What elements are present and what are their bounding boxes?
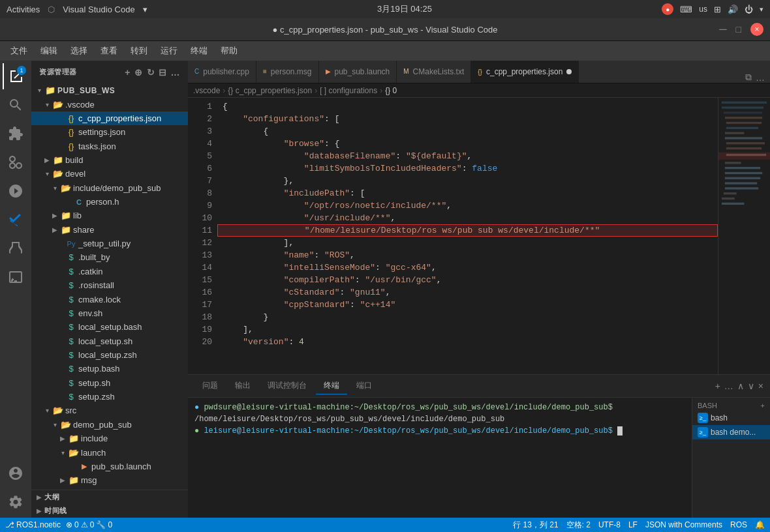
menu-run[interactable]: 运行 (155, 43, 183, 59)
tree-outline-section[interactable]: ▶ 大纲 (31, 490, 188, 503)
tree-c-cpp-props[interactable]: {} c_cpp_properties.json (31, 111, 188, 125)
tree-include-folder[interactable]: ▶ 📁 include (31, 432, 188, 445)
lang-indicator[interactable]: us (699, 5, 707, 14)
tree-setup-util[interactable]: Py _setup_util.py (31, 237, 188, 250)
tree-built-by[interactable]: $ .built_by (31, 250, 188, 264)
breadcrumb-vscode[interactable]: .vscode (193, 86, 220, 95)
more-actions-icon[interactable]: … (171, 67, 181, 78)
tab-c-cpp-properties[interactable]: {} c_cpp_properties.json (471, 61, 579, 83)
menu-edit[interactable]: 编辑 (35, 43, 63, 59)
tree-tasks-json[interactable]: {} tasks.json (31, 139, 188, 153)
tree-local-setup-zsh[interactable]: $ local_setup.zsh (31, 348, 188, 362)
volume-icon[interactable]: 🔊 (728, 5, 738, 14)
maximize-button[interactable]: □ (736, 24, 741, 35)
status-notifications[interactable]: 🔔 (755, 520, 765, 529)
tree-timeline-section[interactable]: ▶ 时间线 (31, 504, 188, 518)
tree-catkin[interactable]: $ .catkin (31, 265, 188, 278)
new-file-icon[interactable]: + (125, 67, 131, 78)
tab-person-msg[interactable]: ≡ person.msg (256, 61, 319, 83)
tree-demo-pub-sub[interactable]: ▾ 📂 demo_pub_sub (31, 418, 188, 432)
panel-tab-debug[interactable]: 调试控制台 (260, 377, 315, 394)
tree-env-sh[interactable]: $ env.sh (31, 306, 188, 320)
close-circle-icon[interactable]: ● (662, 3, 673, 15)
tree-launch-folder[interactable]: ▾ 📂 launch (31, 445, 188, 459)
dropdown-icon[interactable]: ▾ (143, 5, 147, 14)
minimize-button[interactable]: ─ (719, 23, 726, 35)
search-icon[interactable] (3, 92, 29, 118)
panel-maximize-icon[interactable]: ∨ (748, 381, 754, 391)
tree-person-h[interactable]: C person.h (31, 195, 188, 209)
status-spaces[interactable]: 空格: 2 (566, 520, 591, 531)
terminal-new-icon[interactable]: + (761, 402, 765, 409)
tree-msg-folder[interactable]: ▶ 📁 msg (31, 473, 188, 487)
tree-lib-folder[interactable]: ▶ 📁 lib (31, 209, 188, 222)
status-language[interactable]: JSON with Comments (645, 520, 722, 529)
tree-pub-sub-launch[interactable]: ▶ pub_sub.launch (31, 460, 188, 473)
status-eol[interactable]: LF (628, 520, 638, 529)
tab-cmakelists[interactable]: M CMakeLists.txt (397, 61, 471, 83)
breadcrumb-0[interactable]: {} 0 (385, 86, 397, 95)
panel-more-icon[interactable]: … (724, 381, 733, 391)
tree-include-demo[interactable]: ▾ 📂 include/demo_pub_sub (31, 181, 188, 195)
terminal-content[interactable]: ● pwdsure@leisure-virtual-machine:~/Desk… (188, 398, 692, 518)
split-editor-icon[interactable]: ⧉ (745, 72, 752, 83)
tree-rosinstall[interactable]: $ .rosinstall (31, 278, 188, 292)
tree-build-folder[interactable]: ▶ 📁 build (31, 153, 188, 167)
panel-close-icon[interactable]: × (758, 381, 763, 391)
tree-settings-json[interactable]: {} settings.json (31, 125, 188, 139)
tab-publisher-cpp[interactable]: C publisher.cpp (188, 61, 256, 83)
close-button[interactable]: × (750, 23, 763, 36)
menu-select[interactable]: 选择 (65, 43, 93, 59)
flask-icon[interactable] (3, 235, 29, 261)
panel-tab-ports[interactable]: 端口 (348, 377, 380, 394)
settings-icon[interactable] (3, 489, 29, 515)
terminal-icon[interactable] (3, 264, 29, 290)
keyboard-icon[interactable]: ⌨ (680, 5, 692, 14)
status-errors[interactable]: ⊗ 0 ⚠ 0 🔧 0 (66, 520, 112, 529)
extensions-icon[interactable] (3, 121, 29, 147)
tree-devel-folder[interactable]: ▾ 📂 devel (31, 167, 188, 181)
status-position[interactable]: 行 13，列 21 (513, 520, 558, 531)
tree-share-folder[interactable]: ▶ 📁 share (31, 223, 188, 237)
menu-file[interactable]: 文件 (5, 43, 33, 59)
tree-vscode-folder[interactable]: ▾ 📂 .vscode (31, 97, 188, 111)
panel-tab-terminal[interactable]: 终端 (316, 377, 347, 394)
tree-setup-zsh[interactable]: $ setup.zsh (31, 390, 188, 404)
terminal-session-bash-demo[interactable]: ≥_ bash demo... (692, 425, 770, 439)
breadcrumb-file[interactable]: {} c_cpp_properties.json (228, 86, 312, 95)
run-icon[interactable] (3, 178, 29, 204)
tree-cmake-lock[interactable]: $ cmake.lock (31, 292, 188, 306)
vscode-brand-icon[interactable] (3, 207, 29, 233)
activities-label[interactable]: Activities (7, 5, 40, 14)
menu-goto[interactable]: 转到 (125, 43, 153, 59)
tree-local-setup-bash[interactable]: $ local_setup.bash (31, 320, 188, 334)
tree-local-setup-sh[interactable]: $ local_setup.sh (31, 334, 188, 347)
tree-src-folder[interactable]: ▾ 📂 src (31, 404, 188, 417)
explorer-icon[interactable]: 1 (3, 63, 29, 89)
status-encoding[interactable]: UTF-8 (598, 520, 621, 529)
scm-icon[interactable] (3, 149, 29, 175)
more-tabs-icon[interactable]: … (756, 72, 765, 83)
menu-help[interactable]: 帮助 (215, 43, 243, 59)
tree-setup-sh[interactable]: $ setup.sh (31, 376, 188, 390)
tab-pub-sub-launch[interactable]: ▶ pub_sub.launch (319, 61, 397, 83)
collapse-icon[interactable]: ⊟ (159, 67, 167, 78)
panel-tab-output[interactable]: 输出 (227, 377, 258, 394)
terminal-session-bash[interactable]: ≥_ bash (692, 411, 770, 425)
refresh-icon[interactable]: ↻ (147, 67, 155, 78)
power-icon[interactable]: ⏻ (745, 5, 753, 14)
status-ros[interactable]: ROS (730, 520, 747, 529)
panel-minimize-icon[interactable]: ∧ (737, 381, 744, 391)
panel-tab-problems[interactable]: 问题 (194, 377, 226, 394)
network-icon[interactable]: ⊞ (714, 5, 721, 14)
new-folder-icon[interactable]: ⊕ (134, 67, 143, 78)
tree-root[interactable]: ▾ 📁 PUB_SUB_WS (31, 83, 188, 97)
menu-terminal[interactable]: 终端 (185, 43, 213, 59)
breadcrumb-configs[interactable]: [ ] configurations (320, 86, 377, 95)
tree-setup-bash[interactable]: $ setup.bash (31, 362, 188, 376)
status-branch[interactable]: ⎇ ROS1.noetic (5, 520, 61, 529)
menu-view[interactable]: 查看 (95, 43, 123, 59)
panel-add-icon[interactable]: + (715, 381, 720, 391)
account-icon[interactable] (3, 460, 29, 486)
arrow-down-icon[interactable]: ▾ (760, 5, 763, 14)
